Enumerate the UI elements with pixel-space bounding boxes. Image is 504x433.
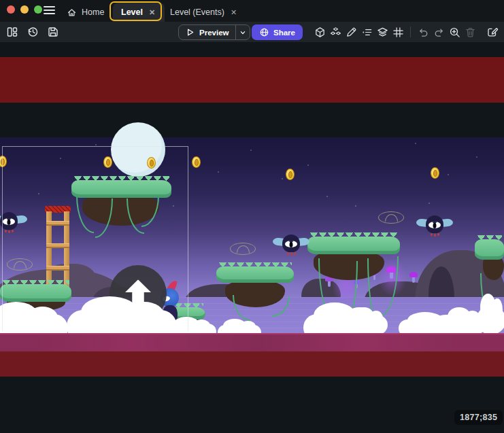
close-tab-icon[interactable]: ✕: [229, 7, 238, 18]
cursor-coordinates-badge: 1877;835: [454, 410, 503, 425]
ladder-object[interactable]: [45, 206, 71, 287]
history-icon[interactable]: [26, 24, 39, 39]
ufo-outline-object[interactable]: [230, 243, 256, 255]
platform-grass: [71, 180, 171, 198]
enemy-eyes: [3, 218, 15, 225]
mushroom-stem: [412, 277, 415, 283]
star: [38, 193, 39, 194]
star: [476, 156, 477, 158]
preview-dropdown-button[interactable]: [236, 25, 250, 39]
star: [95, 144, 97, 145]
enemy-feet: [5, 230, 7, 232]
enemy-object[interactable]: [0, 211, 19, 232]
window-minimize-button[interactable]: [20, 5, 29, 14]
tab-label: Level (Events): [170, 7, 224, 17]
trash-icon[interactable]: [463, 24, 477, 39]
preview-button-main[interactable]: Preview: [179, 25, 235, 39]
tab-level[interactable]: Level ✕: [113, 3, 165, 22]
star: [307, 164, 309, 166]
coin-object[interactable]: [286, 169, 295, 180]
ladder-rung: [46, 266, 69, 271]
star: [326, 196, 328, 197]
cloud-object[interactable]: [476, 306, 504, 334]
star: [218, 171, 219, 173]
coin-object[interactable]: [431, 167, 439, 179]
enemy-eyes: [285, 241, 297, 247]
coin-object[interactable]: [103, 156, 112, 168]
edit-scene-icon[interactable]: [486, 24, 499, 39]
star: [60, 158, 61, 159]
enemy-feet: [287, 252, 289, 255]
star: [173, 205, 174, 207]
close-tab-icon[interactable]: ✕: [148, 7, 156, 18]
toolbar-divider: [410, 27, 411, 37]
coin-object[interactable]: [147, 157, 156, 169]
star: [415, 143, 416, 144]
platform-grass: [0, 284, 71, 302]
save-icon[interactable]: [46, 24, 60, 39]
ground-dark-red-strip[interactable]: [0, 351, 504, 377]
globe-icon: [259, 27, 269, 37]
menu-icon[interactable]: [44, 6, 55, 15]
object-3d-icon[interactable]: [313, 24, 326, 39]
star: [282, 178, 283, 179]
tab-level-events[interactable]: Level (Events) ✕: [163, 3, 245, 22]
titlebar: Home Level ✕ Level (Events) ✕: [0, 0, 504, 22]
redo-icon[interactable]: [432, 24, 446, 39]
ufo-outline-object[interactable]: [378, 211, 404, 224]
enemy-feet: [431, 233, 433, 236]
platform-grass: [216, 266, 294, 283]
cloud-object[interactable]: [350, 315, 388, 334]
enemy-object[interactable]: [281, 234, 301, 255]
pencil-icon[interactable]: [344, 24, 358, 39]
home-icon: [67, 7, 77, 18]
properties-icon[interactable]: [360, 24, 373, 39]
coin-object[interactable]: [192, 156, 201, 168]
toolbar-left-group: [5, 22, 60, 42]
enemy-object[interactable]: [424, 215, 445, 236]
tab-home[interactable]: Home: [60, 3, 111, 22]
mushroom-cap: [409, 272, 418, 277]
scene-top-red-band[interactable]: [0, 57, 504, 103]
preview-button[interactable]: Preview: [178, 24, 250, 40]
zoom-in-icon[interactable]: [448, 24, 461, 39]
platform-grass: [475, 239, 504, 260]
star: [250, 150, 252, 151]
mushroom-object[interactable]: [409, 272, 418, 283]
play-icon: [185, 27, 195, 37]
moon-object[interactable]: [111, 122, 165, 177]
instances-icon[interactable]: [329, 24, 342, 39]
share-button[interactable]: Share: [252, 24, 303, 40]
panels-icon[interactable]: [5, 24, 19, 39]
enemy-eyes: [429, 222, 441, 228]
tab-label: Level: [121, 7, 143, 17]
platform-grass: [307, 237, 400, 254]
grid-icon[interactable]: [391, 24, 405, 39]
star: [448, 174, 449, 175]
window-close-button[interactable]: [7, 5, 15, 14]
ladder-rung: [46, 221, 69, 226]
undo-icon[interactable]: [416, 24, 430, 39]
window-zoom-button[interactable]: [34, 5, 42, 14]
scene-editor-canvas[interactable]: 1877;835: [0, 42, 504, 433]
toolbar-right-group: [313, 22, 499, 42]
star: [355, 205, 356, 207]
chevron-down-icon: [239, 29, 247, 37]
toolbar: Preview Share: [0, 22, 504, 42]
ufo-outline-object[interactable]: [7, 258, 33, 271]
app-window: Home Level ✕ Level (Events) ✕: [0, 0, 504, 433]
layers-icon[interactable]: [375, 24, 389, 39]
preview-label: Preview: [199, 29, 229, 37]
share-label: Share: [273, 29, 295, 37]
star: [429, 203, 430, 204]
ground-pink-strip[interactable]: [0, 333, 504, 351]
tab-label: Home: [82, 7, 104, 17]
ladder-rung: [46, 243, 69, 248]
